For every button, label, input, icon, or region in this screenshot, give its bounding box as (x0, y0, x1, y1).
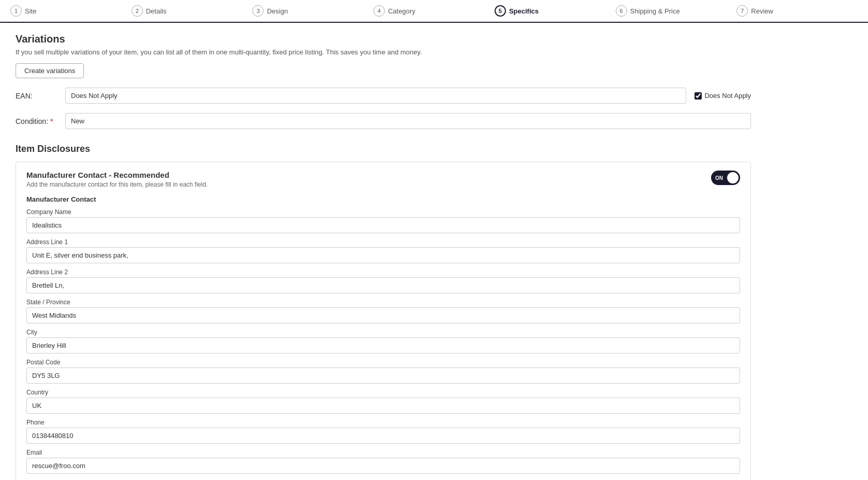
step-site[interactable]: 1 Site (10, 5, 132, 17)
postal-label: Postal Code (26, 359, 740, 366)
card-subtitle: Add the manufacturer contact for this it… (26, 181, 208, 188)
step-specifics[interactable]: 5 Specifics (495, 5, 616, 17)
postal-input[interactable] (26, 368, 740, 384)
manufacturer-contact-card: Manufacturer Contact - Recommended Add t… (16, 162, 751, 480)
address2-label: Address Line 2 (26, 269, 740, 276)
postal-group: Postal Code (26, 359, 740, 384)
condition-label: Condition: * (16, 117, 57, 125)
variations-title: Variations (16, 33, 751, 45)
step-shipping[interactable]: 6 Shipping & Price (616, 5, 737, 17)
phone-group: Phone (26, 419, 740, 444)
mfr-section-title: Manufacturer Contact (26, 195, 740, 203)
country-input[interactable] (26, 398, 740, 414)
card-header: Manufacturer Contact - Recommended Add t… (26, 171, 740, 188)
condition-row: Condition: * (16, 113, 751, 129)
ean-label: EAN: (16, 92, 57, 100)
toggle-on-label: ON (715, 175, 723, 181)
state-label: State / Province (26, 299, 740, 306)
step-label-design: Design (267, 7, 287, 15)
step-label-shipping: Shipping & Price (630, 7, 680, 15)
country-label: Country (26, 389, 740, 396)
toggle-slider: ON (711, 171, 740, 185)
email-label: Email (26, 449, 740, 456)
step-circle-3: 3 (252, 5, 264, 17)
ean-row: EAN: Does Not Apply (16, 88, 751, 104)
item-disclosures-title: Item Disclosures (16, 144, 751, 154)
variations-description: If you sell multiple variations of your … (16, 48, 751, 56)
required-indicator: * (50, 117, 53, 125)
manufacturer-toggle[interactable]: ON (711, 171, 740, 185)
step-label-review: Review (751, 7, 773, 15)
step-label-site: Site (25, 7, 36, 15)
create-variations-button[interactable]: Create variations (16, 63, 84, 78)
country-group: Country (26, 389, 740, 414)
step-details[interactable]: 2 Details (132, 5, 253, 17)
state-input[interactable] (26, 307, 740, 323)
step-circle-4: 4 (373, 5, 385, 17)
address1-group: Address Line 1 (26, 238, 740, 263)
step-review[interactable]: 7 Review (736, 5, 858, 17)
step-category[interactable]: 4 Category (373, 5, 495, 17)
step-circle-6: 6 (616, 5, 627, 17)
address2-group: Address Line 2 (26, 269, 740, 293)
step-circle-1: 1 (10, 5, 22, 17)
company-name-input[interactable] (26, 217, 740, 233)
ean-input[interactable] (65, 88, 686, 104)
step-label-details: Details (146, 7, 167, 15)
email-group: Email (26, 449, 740, 474)
main-content: Variations If you sell multiple variatio… (0, 23, 766, 480)
step-circle-7: 7 (736, 5, 748, 17)
condition-input[interactable] (65, 113, 751, 129)
ean-checkbox[interactable] (695, 92, 702, 100)
company-name-group: Company Name (26, 208, 740, 233)
step-circle-2: 2 (132, 5, 143, 17)
company-name-label: Company Name (26, 208, 740, 216)
state-group: State / Province (26, 299, 740, 323)
step-label-specifics: Specifics (509, 7, 539, 15)
phone-label: Phone (26, 419, 740, 426)
toggle-container[interactable]: ON (711, 171, 740, 185)
card-title: Manufacturer Contact - Recommended (26, 171, 208, 179)
address1-input[interactable] (26, 247, 740, 263)
step-design[interactable]: 3 Design (252, 5, 373, 17)
city-input[interactable] (26, 337, 740, 354)
ean-checkbox-label[interactable]: Does Not Apply (695, 92, 751, 100)
step-circle-5: 5 (495, 5, 506, 17)
city-group: City (26, 329, 740, 354)
card-header-text: Manufacturer Contact - Recommended Add t… (26, 171, 208, 188)
address1-label: Address Line 1 (26, 238, 740, 246)
step-label-category: Category (388, 7, 415, 15)
phone-input[interactable] (26, 428, 740, 444)
stepper: 1 Site 2 Details 3 Design 4 Category 5 S… (0, 0, 868, 23)
email-input[interactable] (26, 458, 740, 474)
address2-input[interactable] (26, 277, 740, 293)
city-label: City (26, 329, 740, 336)
manufacturer-form: Manufacturer Contact Company Name Addres… (26, 195, 740, 474)
